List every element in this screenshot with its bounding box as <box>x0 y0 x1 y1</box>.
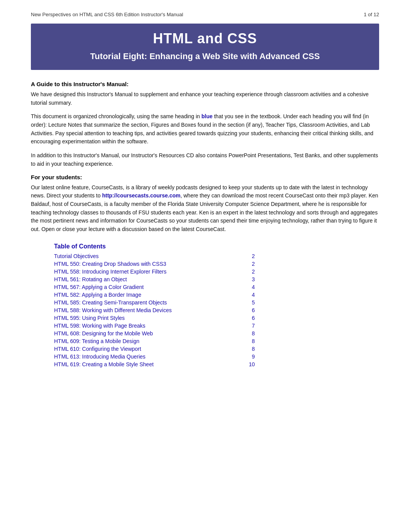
blue-link[interactable]: blue <box>202 113 213 119</box>
students-section: For your students: Our latest online fea… <box>31 174 379 234</box>
toc-row: HTML 619: Creating a Mobile Style Sheet1… <box>54 360 255 368</box>
toc-row: HTML 595: Using Print Styles6 <box>54 314 255 322</box>
toc-item-label[interactable]: HTML 595: Using Print Styles <box>54 314 246 322</box>
guide-section: A Guide to this Instructor's Manual: We … <box>31 81 379 168</box>
toc-item-label[interactable]: HTML 558: Introducing Internet Explorer … <box>54 268 246 275</box>
toc-item-page: 6 <box>246 314 255 322</box>
toc-item-page: 5 <box>246 299 255 306</box>
page-header: New Perspectives on HTML and CSS 6th Edi… <box>31 12 379 17</box>
toc-item-label[interactable]: HTML 585: Creating Semi-Transparent Obje… <box>54 299 246 306</box>
guide-heading: A Guide to this Instructor's Manual: <box>31 81 379 87</box>
toc-item-label[interactable]: HTML 610: Configuring the Viewport <box>54 345 246 353</box>
toc-item-label[interactable]: HTML 619: Creating a Mobile Style Sheet <box>54 360 246 368</box>
toc-row: HTML 558: Introducing Internet Explorer … <box>54 268 255 275</box>
sub-title: Tutorial Eight: Enhancing a Web Site wit… <box>40 51 370 61</box>
toc-item-label[interactable]: HTML 582: Applying a Border Image <box>54 291 246 299</box>
guide-para-1: We have designed this Instructor's Manua… <box>31 90 379 107</box>
toc-item-label[interactable]: HTML 609: Testing a Mobile Design <box>54 337 246 345</box>
students-para-1: Our latest online feature, CourseCasts, … <box>31 184 379 234</box>
toc-item-label[interactable]: HTML 550: Creating Drop Shadows with CSS… <box>54 260 246 268</box>
guide-para-3: In addition to this Instructor's Manual,… <box>31 151 379 168</box>
header-left: New Perspectives on HTML and CSS 6th Edi… <box>31 12 183 17</box>
main-title: HTML and CSS <box>40 31 370 47</box>
toc-item-page: 6 <box>246 306 255 314</box>
toc-row: HTML 608: Designing for the Mobile Web8 <box>54 330 255 337</box>
toc-item-page: 4 <box>246 283 255 291</box>
guide-para-2: This document is organized chronological… <box>31 112 379 146</box>
toc-row: HTML 582: Applying a Border Image4 <box>54 291 255 299</box>
toc-item-page: 2 <box>246 260 255 268</box>
toc-table: Tutorial Objectives2HTML 550: Creating D… <box>54 252 255 368</box>
toc-row: HTML 598: Working with Page Breaks7 <box>54 322 255 330</box>
toc-title: Table of Contents <box>54 243 379 250</box>
toc-item-label[interactable]: HTML 613: Introducing Media Queries <box>54 353 246 360</box>
toc-row: HTML 550: Creating Drop Shadows with CSS… <box>54 260 255 268</box>
coursecast-link[interactable]: http://coursecasts.course.com <box>102 192 180 199</box>
toc-item-label[interactable]: HTML 588: Working with Different Media D… <box>54 306 246 314</box>
toc-row: HTML 561: Rotating an Object3 <box>54 275 255 283</box>
toc-item-page: 7 <box>246 322 255 330</box>
toc-row: HTML 610: Configuring the Viewport8 <box>54 345 255 353</box>
toc-item-page: 4 <box>246 291 255 299</box>
toc-item-label[interactable]: HTML 608: Designing for the Mobile Web <box>54 330 246 337</box>
toc-item-page: 2 <box>246 268 255 275</box>
title-box: HTML and CSS Tutorial Eight: Enhancing a… <box>31 24 379 70</box>
toc-item-page: 3 <box>246 275 255 283</box>
table-of-contents: Table of Contents Tutorial Objectives2HT… <box>31 243 379 368</box>
toc-item-label[interactable]: Tutorial Objectives <box>54 252 246 260</box>
toc-item-label[interactable]: HTML 598: Working with Page Breaks <box>54 322 246 330</box>
toc-item-page: 2 <box>246 252 255 260</box>
toc-item-label[interactable]: HTML 561: Rotating an Object <box>54 275 246 283</box>
header-right: 1 of 12 <box>364 12 379 17</box>
toc-row: HTML 567: Applying a Color Gradient4 <box>54 283 255 291</box>
toc-row: HTML 585: Creating Semi-Transparent Obje… <box>54 299 255 306</box>
toc-row: HTML 609: Testing a Mobile Design8 <box>54 337 255 345</box>
toc-row: Tutorial Objectives2 <box>54 252 255 260</box>
toc-item-page: 8 <box>246 345 255 353</box>
toc-item-page: 8 <box>246 330 255 337</box>
toc-item-page: 9 <box>246 353 255 360</box>
toc-item-label[interactable]: HTML 567: Applying a Color Gradient <box>54 283 246 291</box>
students-heading: For your students: <box>31 174 379 180</box>
toc-row: HTML 613: Introducing Media Queries9 <box>54 353 255 360</box>
toc-item-page: 10 <box>246 360 255 368</box>
toc-row: HTML 588: Working with Different Media D… <box>54 306 255 314</box>
toc-item-page: 8 <box>246 337 255 345</box>
